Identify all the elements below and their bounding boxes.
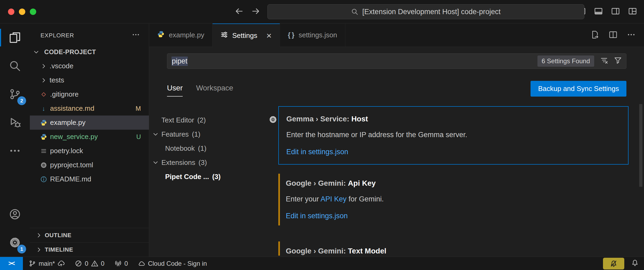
setting-google-gemini-text-model[interactable]: Google › Gemini: Text Model xyxy=(278,241,629,256)
maximize-window-button[interactable] xyxy=(30,9,36,15)
error-icon xyxy=(75,260,82,267)
source-control-icon[interactable]: 2 xyxy=(0,80,30,108)
tree-item-label: README.md xyxy=(50,175,91,183)
explorer-more-actions-icon[interactable] xyxy=(132,31,140,40)
remote-indicator[interactable] xyxy=(0,257,23,270)
toc-extensions[interactable]: Extensions (3) xyxy=(149,156,266,170)
toc-features[interactable]: Features (1) xyxy=(149,127,266,141)
info-icon xyxy=(40,176,47,183)
tab-settings[interactable]: Settings xyxy=(213,23,280,47)
setting-title: Gemma › Service: Host xyxy=(286,114,621,124)
notifications-bell-icon[interactable] xyxy=(631,259,639,268)
tab-example-py[interactable]: example.py xyxy=(149,23,213,47)
search-value: pipet xyxy=(172,57,188,66)
cloud-code-status[interactable]: Cloud Code - Sign in xyxy=(138,260,207,267)
setting-gemma-service-host[interactable]: Gemma › Service: Host Enter the hostname… xyxy=(278,106,629,165)
open-settings-json-icon[interactable] xyxy=(591,30,599,40)
tab-bar: example.py Settings settings.json xyxy=(149,23,644,47)
tree-item-poetry-lock[interactable]: poetry.lock xyxy=(30,144,149,158)
close-tab-icon[interactable] xyxy=(266,31,272,40)
edit-in-settings-json-link[interactable]: Edit in settings.json xyxy=(286,148,621,157)
edit-in-settings-json-link[interactable]: Edit in settings.json xyxy=(286,212,621,221)
error-count: 0 xyxy=(85,260,88,267)
settings-editor: pipet 6 Settings Found User Workspace Ba… xyxy=(149,47,644,257)
toggle-panel-icon[interactable] xyxy=(594,7,603,17)
title-nav: [Extension Development Host] code-projec… xyxy=(234,0,584,23)
tree-item-label: example.py xyxy=(50,118,85,127)
back-icon[interactable] xyxy=(234,6,244,17)
branch-status[interactable]: main* xyxy=(29,260,65,267)
toc-text-editor[interactable]: Text Editor (2) xyxy=(149,113,266,127)
more-views-icon[interactable] xyxy=(0,137,30,165)
setting-gear-icon[interactable] xyxy=(269,115,277,125)
filter-icon[interactable] xyxy=(614,56,622,66)
editor-scrollbar[interactable] xyxy=(639,104,642,187)
problems-status[interactable]: 0 0 xyxy=(75,260,104,267)
setting-title-key: Host xyxy=(351,115,368,123)
api-key-link[interactable]: API Key xyxy=(321,195,347,203)
markdown-icon xyxy=(40,105,47,112)
tree-item-tests[interactable]: tests xyxy=(30,73,149,87)
git-status-modified: M xyxy=(136,105,149,112)
tree-item-example-py[interactable]: example.py xyxy=(30,116,149,130)
backup-sync-button[interactable]: Backup and Sync Settings xyxy=(531,81,626,97)
window-title: [Extension Development Host] code-projec… xyxy=(362,8,500,16)
tree-item-new-service-py[interactable]: new_service.py U xyxy=(30,130,149,144)
toggle-secondary-sidebar-icon[interactable] xyxy=(611,7,620,17)
setting-title-prefix: Google › Gemini: xyxy=(286,247,348,255)
tree-item-assistance-md[interactable]: assistance.md M xyxy=(30,101,149,116)
customize-layout-icon[interactable] xyxy=(628,7,637,17)
forward-icon[interactable] xyxy=(251,6,260,17)
tree-item-label: assistance.md xyxy=(50,104,94,113)
account-icon[interactable] xyxy=(0,200,30,228)
more-actions-icon[interactable] xyxy=(627,30,635,40)
titlebar: [Extension Development Host] code-projec… xyxy=(0,0,644,23)
outline-section[interactable]: OUTLINE xyxy=(30,228,149,242)
toc-pipet-code[interactable]: Pipet Code ... (3) xyxy=(149,170,266,184)
explorer-icon[interactable] xyxy=(0,23,30,52)
tree-item-vscode[interactable]: .vscode xyxy=(30,59,149,73)
search-sidebar-icon[interactable] xyxy=(0,52,30,80)
editor-group: example.py Settings settings.json xyxy=(149,23,644,257)
screencast-indicator[interactable] xyxy=(603,258,624,269)
toml-gear-icon xyxy=(40,161,47,169)
tab-settings-json[interactable]: settings.json xyxy=(280,23,345,47)
ports-status[interactable]: 0 xyxy=(115,260,128,267)
main-area: 2 1 EXPLORER CODE-PROJECT xyxy=(0,23,644,257)
scope-tab-user[interactable]: User xyxy=(167,84,183,97)
settings-gear-icon[interactable]: 1 xyxy=(0,228,30,257)
explorer-title: EXPLORER xyxy=(40,32,74,39)
tree-item-readme-md[interactable]: README.md xyxy=(30,172,149,186)
tree-item-label: .vscode xyxy=(50,62,74,70)
scope-tab-workspace[interactable]: Workspace xyxy=(196,84,233,97)
settings-toc: Text Editor (2) Features (1) Notebook (1… xyxy=(149,106,266,256)
cloud-icon xyxy=(138,260,145,267)
search-icon xyxy=(351,8,358,15)
setting-description: Enter the hostname or IP address for the… xyxy=(286,130,621,140)
tab-label: settings.json xyxy=(299,31,337,39)
toc-notebook[interactable]: Notebook (1) xyxy=(149,141,266,156)
command-center[interactable]: [Extension Development Host] code-projec… xyxy=(267,4,584,19)
run-debug-icon[interactable] xyxy=(0,108,30,137)
tree-item-pyproject-toml[interactable]: pyproject.toml xyxy=(30,158,149,172)
close-window-button[interactable] xyxy=(8,9,14,15)
tree-root-code-project[interactable]: CODE-PROJECT xyxy=(30,45,149,59)
clear-filters-icon[interactable] xyxy=(600,56,608,66)
chevron-right-icon xyxy=(36,232,42,239)
setting-google-gemini-api-key[interactable]: Google › Gemini: Api Key Enter your API … xyxy=(278,174,629,226)
git-icon xyxy=(40,91,47,98)
tab-label: example.py xyxy=(169,31,204,39)
timeline-section[interactable]: TIMELINE xyxy=(30,242,149,257)
search-controls: 6 Settings Found xyxy=(537,55,622,67)
minimize-window-button[interactable] xyxy=(19,9,25,15)
results-count-badge: 6 Settings Found xyxy=(537,55,594,67)
tree-item-gitignore[interactable]: .gitignore xyxy=(30,87,149,101)
lock-file-icon xyxy=(40,147,47,155)
layout-controls xyxy=(577,7,644,17)
split-editor-icon[interactable] xyxy=(609,30,617,40)
chevron-down-icon xyxy=(32,49,40,55)
setting-title-key: Api Key xyxy=(348,179,376,187)
settings-search-input[interactable]: pipet 6 Settings Found xyxy=(167,53,626,69)
toc-label: Notebook xyxy=(165,144,195,153)
activity-bar: 2 1 xyxy=(0,23,30,257)
